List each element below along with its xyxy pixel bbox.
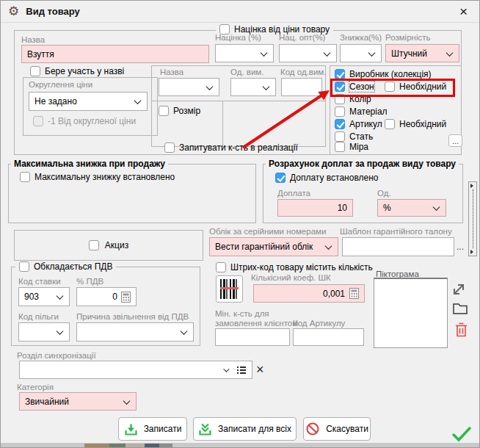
rounding-dropdown[interactable]: Не задано: [29, 92, 148, 111]
min-qty-input[interactable]: [215, 328, 290, 346]
attr-material-row[interactable]: Матеріал: [335, 106, 388, 117]
expand-icon[interactable]: [450, 281, 468, 298]
save-button[interactable]: Записати: [118, 417, 187, 441]
article-checkbox[interactable]: [335, 119, 345, 129]
sync-dropdown[interactable]: [19, 361, 252, 379]
vat-percent-value: 0: [112, 292, 117, 302]
vat-rate-code-dropdown[interactable]: 903: [18, 287, 70, 306]
ask-qty-checkbox-row[interactable]: Запитувати к-сть в реалізації: [164, 142, 298, 153]
trash-icon[interactable]: [453, 321, 469, 339]
markup-legend-row[interactable]: Націнка від ціни товару: [216, 24, 333, 35]
excise-checkbox[interactable]: [89, 240, 99, 250]
vat-reason-dropdown[interactable]: [76, 322, 194, 342]
close-icon[interactable]: ×: [459, 4, 468, 20]
surcharge-checkbox-row[interactable]: Доплату встановлено: [275, 173, 378, 183]
participates-checkbox[interactable]: [30, 66, 40, 76]
unit-code-label: Код од.вим.: [280, 68, 326, 76]
barcode-button[interactable]: [216, 275, 243, 303]
rounding-value: Не задано: [34, 96, 77, 106]
min-qty-label-line2: замовлення клієнтом: [215, 319, 298, 328]
calculator-icon[interactable]: [349, 288, 359, 299]
article-code-input[interactable]: [293, 328, 364, 346]
gender-checkbox[interactable]: [335, 131, 345, 142]
category-label: Категорія: [17, 383, 54, 391]
material-checkbox[interactable]: [335, 106, 345, 117]
barcode-qty-checkbox-row[interactable]: Штрих-код товару містить кількість: [216, 262, 373, 272]
article-required-checkbox[interactable]: [385, 119, 395, 129]
rounding-label: Округлення ціни: [29, 80, 92, 89]
splitter-handle[interactable]: [468, 181, 477, 256]
excise-label: Акциз: [105, 240, 128, 250]
attr-season-row[interactable]: Сезон: [335, 82, 374, 92]
save-all-button[interactable]: Записати для всіх: [193, 417, 297, 441]
attr-measure-row[interactable]: Міра: [335, 142, 368, 152]
ask-qty-checkbox[interactable]: [164, 142, 175, 153]
vat-checkbox[interactable]: [19, 261, 29, 272]
dialog-title: Вид товару: [26, 6, 79, 17]
manufacturer-label: Виробник (колекція): [349, 69, 432, 79]
markup-percent-dropdown[interactable]: [215, 44, 274, 62]
save-icon: [124, 422, 138, 436]
name-input[interactable]: Взуття: [21, 45, 209, 63]
list-select-icon[interactable]: [236, 366, 247, 375]
unit-measure-dropdown[interactable]: [230, 78, 276, 96]
vat-percent-input[interactable]: 0: [76, 287, 137, 306]
surcharge-checkbox[interactable]: [275, 173, 286, 183]
article-code-label: Код Артикулу: [293, 319, 345, 328]
wholesale-percent-dropdown[interactable]: [279, 44, 337, 62]
attributes-more-button[interactable]: ...: [448, 134, 462, 147]
vat-rate-code-label: Код ставки: [18, 277, 61, 286]
unit-name-dropdown[interactable]: [159, 78, 219, 96]
markup-from-price-checkbox[interactable]: [219, 24, 230, 35]
vat-legend: Обкладається ПДВ: [34, 261, 112, 272]
season-required-label: Необхідний: [399, 82, 446, 92]
season-checkbox[interactable]: [335, 82, 345, 92]
barcode-qty-checkbox[interactable]: [216, 262, 226, 272]
attr-article-required-row[interactable]: Необхідний: [385, 119, 446, 129]
max-discount-checkbox[interactable]: [20, 172, 30, 182]
vat-legend-row[interactable]: Обкладається ПДВ: [15, 261, 116, 272]
color-label: Колір: [349, 94, 371, 104]
attr-color-row[interactable]: Колір: [335, 94, 371, 104]
save-all-label: Записати для всіх: [218, 424, 291, 434]
surcharge-unit-dropdown[interactable]: %: [377, 199, 446, 217]
vat-benefit-dropdown[interactable]: [18, 322, 70, 342]
cancel-button[interactable]: Скасувати: [303, 417, 371, 441]
vat-reason-label: Причина звільнення від ПДВ: [76, 312, 189, 321]
chevron-down-icon[interactable]: [223, 366, 229, 372]
color-checkbox[interactable]: [335, 94, 345, 104]
unit-code-input[interactable]: [281, 78, 322, 96]
confirm-check-icon[interactable]: [451, 425, 473, 443]
excise-panel[interactable]: Акциз: [14, 230, 203, 261]
max-discount-checkbox-row[interactable]: Максимальну знижку встановлено: [20, 172, 175, 182]
measure-checkbox[interactable]: [335, 142, 345, 152]
surcharge-amount-value: 10: [338, 203, 347, 213]
warranty-template-input[interactable]: [342, 237, 454, 256]
size-checkbox[interactable]: [159, 106, 169, 116]
gender-label: Стать: [349, 131, 373, 142]
sync-clear-icon[interactable]: ×: [256, 361, 264, 377]
size-checkbox-row[interactable]: Розмір: [159, 106, 200, 116]
season-required-checkbox[interactable]: [385, 82, 395, 92]
surcharge-amount-input[interactable]: 10: [277, 199, 353, 217]
folder-icon[interactable]: [451, 301, 469, 316]
minus-one-checkbox-row[interactable]: -1 Від округленої ціни: [33, 116, 136, 126]
warranty-template-more-button[interactable]: ...: [457, 242, 464, 252]
discount-percent-dropdown[interactable]: [340, 44, 382, 62]
participates-checkbox-row[interactable]: Бере участь у назві: [30, 66, 124, 76]
attr-season-required-row[interactable]: Необхідний: [385, 82, 446, 92]
category-dropdown[interactable]: Звичайний: [19, 392, 137, 411]
dimension-dropdown[interactable]: Штучний: [385, 44, 459, 62]
article-required-label: Необхідний: [399, 119, 446, 129]
attr-article-row[interactable]: Артикул: [335, 119, 382, 129]
calculator-icon[interactable]: [121, 292, 131, 303]
minus-one-checkbox[interactable]: [33, 116, 43, 126]
serial-dropdown[interactable]: Вести гарантійний облік: [209, 237, 338, 256]
max-discount-label: Максимальну знижку встановлено: [34, 172, 175, 182]
attr-manufacturer-row[interactable]: Виробник (колекція): [335, 69, 432, 79]
divider: [222, 101, 223, 147]
manufacturer-checkbox[interactable]: [335, 69, 345, 79]
product-type-dialog: ⚙ Вид товару × Назва Взуття Бере участь …: [0, 0, 480, 448]
attr-gender-row[interactable]: Стать: [335, 131, 373, 142]
coef-input[interactable]: 0,001: [253, 284, 365, 303]
